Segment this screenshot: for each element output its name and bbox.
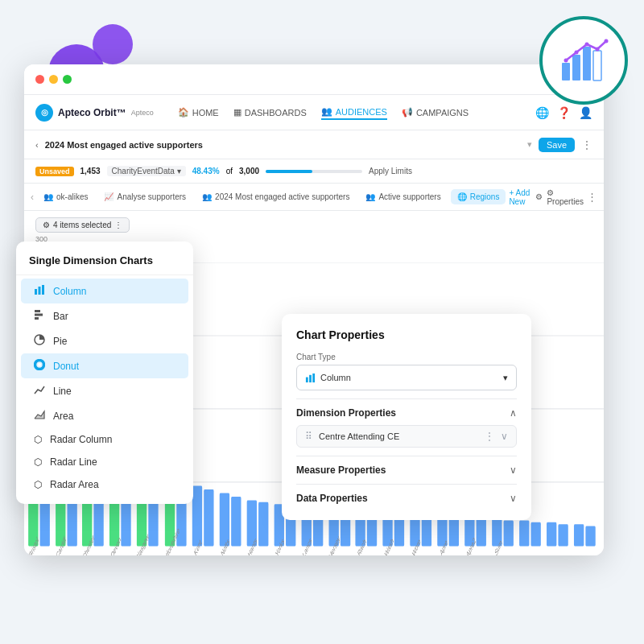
chart-type-area[interactable]: Area [21,403,188,428]
app-logo: ◎ Apteco Orbit™ Apteco [35,104,154,122]
svg-rect-1 [572,55,580,80]
badge-more-icon[interactable]: ⋮ [114,221,122,229]
svg-rect-51 [547,522,556,547]
measure-section-header[interactable]: Measure Properties ∨ [296,464,517,476]
radar-area-label: Radar Area [50,479,99,490]
chart-type-panel-title: Single Dimension Charts [16,254,193,275]
chart-type-line[interactable]: Line [21,378,188,403]
bar-chart-icon [558,35,610,87]
properties-button[interactable]: ⚙ ⚙ Properties [535,188,584,206]
donut-chart-icon [34,359,45,373]
tab-regions[interactable]: 🌐 Regions [451,189,506,204]
apply-limits-link[interactable]: Apply Limits [369,167,412,175]
tab-ok-alikes[interactable]: 👥 ok-alikes [37,189,94,204]
audience-more-icon[interactable]: ⋮ [581,138,592,151]
line-label: Line [53,386,72,397]
svg-rect-77 [35,314,43,316]
title-bar: × [24,64,604,95]
items-selected-badge: ⚙ 4 items selected ⋮ [35,217,130,233]
nav-campaigns[interactable]: 📢 CAMPAIGNS [402,105,469,119]
chart-type-radar-area[interactable]: ⬡ Radar Area [21,473,188,496]
campaigns-icon: 📢 [402,107,413,118]
chart-type-select[interactable]: Column ▾ [296,365,517,390]
dimension-expand-button[interactable]: ∨ [501,431,508,442]
tab-active-supporters[interactable]: 👥 Active supporters [359,189,447,204]
dashboard-icon: ▦ [233,107,242,118]
logo-text: Apteco Orbit™ [58,107,126,118]
svg-point-6 [584,42,588,46]
tab-analyse-supporters[interactable]: 📈 Analyse supporters [97,189,192,204]
svg-rect-46 [477,519,486,547]
audience-name: 2024 Most engaged active supporters [45,140,521,150]
svg-rect-26 [204,489,213,546]
chart-type-bar[interactable]: Bar [21,303,188,328]
chart-props-panel: Chart Properties Chart Type Column ▾ Dim… [282,314,531,520]
radar-column-label: Radar Column [50,434,112,445]
nav-items: 🏠 HOME ▦ DASHBOARDS 👥 AUDIENCES 📢 CAMPAI… [178,105,519,120]
nav-dashboards[interactable]: ▦ DASHBOARDS [233,105,307,119]
back-button[interactable]: ‹ [35,140,39,150]
divider-2 [296,456,517,456]
area-label: Area [53,411,73,422]
tab-most-engaged[interactable]: 👥 2024 Most engaged active supporters [196,189,356,204]
dimension-section-label: Dimension Properties [296,407,396,419]
svg-rect-84 [312,373,315,382]
close-dot[interactable] [35,75,44,84]
status-bar: Unsaved 1,453 CharityEventData ▾ 48.43% … [24,159,604,184]
globe-icon[interactable]: 🌐 [535,106,549,119]
chart-type-chevron: ▾ [503,373,508,383]
tab-more-icon[interactable]: ⋮ [587,191,597,203]
home-icon: 🏠 [178,107,189,118]
chart-props-title: Chart Properties [296,328,517,341]
svg-rect-28 [231,497,241,546]
nav-audiences[interactable]: 👥 AUDIENCES [321,105,387,120]
chart-type-radar-line[interactable]: ⬡ Radar Line [21,451,188,473]
svg-rect-52 [558,524,568,546]
help-icon[interactable]: ❓ [557,106,571,119]
area-chart-icon [34,409,45,423]
dimension-more-button[interactable]: ⋮ [485,431,494,442]
chart-type-donut[interactable]: Donut [21,353,188,378]
svg-point-5 [574,50,578,54]
column-select-icon [305,373,316,383]
dimension-section-header[interactable]: Dimension Properties ∧ [296,407,517,419]
svg-rect-49 [519,521,529,547]
svg-rect-53 [574,524,584,546]
top-chart-icon-circle [539,16,628,105]
tabs-back-button[interactable]: ‹ [31,192,34,203]
svg-rect-48 [504,521,514,547]
progress-fill [266,170,312,173]
audience-chevron[interactable]: ▾ [527,139,532,150]
nav-home-label: HOME [192,108,219,118]
chart-type-pie[interactable]: Pie [21,328,188,353]
data-section-header[interactable]: Data Properties ∨ [296,493,517,504]
maximize-dot[interactable] [63,75,72,84]
nav-home[interactable]: 🏠 HOME [178,105,219,119]
nav-campaigns-label: CAMPAIGNS [416,108,469,118]
add-new-button[interactable]: + Add New [509,188,532,206]
user-icon[interactable]: 👤 [579,106,592,119]
minimize-dot[interactable] [49,75,58,84]
of-label: of [226,167,233,175]
decorative-circle-2 [93,24,133,64]
svg-rect-25 [192,486,202,547]
logo-icon: ◎ [35,104,53,122]
data-source[interactable]: CharityEventData ▾ [107,166,186,176]
chart-type-section: Chart Type Column ▾ [296,353,517,390]
svg-rect-82 [306,377,308,382]
svg-rect-3 [593,51,601,80]
chart-type-radar-column[interactable]: ⬡ Radar Column [21,428,188,451]
record-count: 1,453 [80,167,101,175]
svg-rect-2 [583,47,591,80]
chart-type-value: Column [320,373,351,382]
items-selected-icon: ⚙ [43,221,50,229]
nav-bar: ◎ Apteco Orbit™ Apteco 🏠 HOME ▦ DASHBOAR… [24,95,604,130]
svg-rect-75 [42,285,44,295]
measure-section-label: Measure Properties [296,464,386,476]
save-button[interactable]: Save [539,138,575,152]
donut-label: Donut [53,361,79,372]
audience-bar: ‹ 2024 Most engaged active supporters ▾ … [24,130,604,159]
chart-type-column[interactable]: Column [21,279,188,303]
chart-type-panel: Single Dimension Charts Column Bar Pie D… [16,242,193,504]
data-section-label: Data Properties [296,493,368,504]
